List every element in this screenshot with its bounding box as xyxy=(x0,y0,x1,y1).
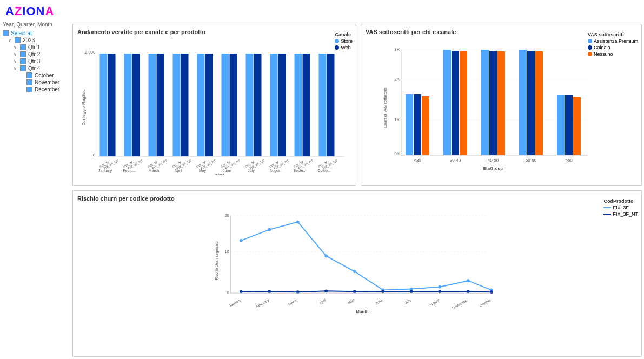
fix3f-label: FIX_3F xyxy=(613,205,629,210)
svg-rect-53 xyxy=(460,51,467,155)
dot xyxy=(438,290,441,293)
dot xyxy=(268,290,271,293)
bar xyxy=(100,54,108,156)
bar xyxy=(303,54,310,156)
svg-text:10: 10 xyxy=(224,249,229,254)
sidebar-quarters: ∨ Qtr 1 ∨ Qtr 2 ∨ Qtr 3 ∨ Qtr 4 xyxy=(14,44,70,93)
sidebar-qtr2[interactable]: ∨ Qtr 2 xyxy=(14,51,70,58)
qtr4-checkbox[interactable] xyxy=(20,65,26,71)
bar xyxy=(327,54,335,156)
svg-rect-61 xyxy=(565,95,573,155)
svg-rect-62 xyxy=(573,97,581,155)
dot xyxy=(324,255,328,258)
qtr1-checkbox[interactable] xyxy=(20,44,26,50)
chart2-legend-nessuno: Nessuno xyxy=(588,51,638,57)
svg-text:50-60: 50-60 xyxy=(526,158,537,163)
svg-text:0K: 0K xyxy=(394,151,400,156)
qtr4-label: Qtr 4 xyxy=(28,65,40,71)
sidebar-year-2023[interactable]: ∨ 2023 xyxy=(8,37,70,44)
svg-text:2,000: 2,000 xyxy=(84,50,96,55)
chart3-legend-title: CodProdotto xyxy=(603,198,638,204)
sidebar-qtr1[interactable]: ∨ Qtr 1 xyxy=(14,44,70,51)
dot xyxy=(240,239,243,242)
chart1-legend-store: Store xyxy=(335,38,353,44)
select-all-checkbox[interactable] xyxy=(3,30,9,36)
sidebar-december[interactable]: December xyxy=(26,86,70,93)
caldaia-dot xyxy=(588,45,592,50)
dot xyxy=(467,279,470,282)
svg-rect-59 xyxy=(535,51,543,155)
bar xyxy=(319,54,327,156)
dot xyxy=(438,285,441,289)
svg-text:May: May xyxy=(347,298,355,305)
chart-vas-sottoscritti: VAS sottoscritti per età e canale VAS so… xyxy=(361,24,642,186)
chart2-legend-assistenza: Assistenza Premium xyxy=(588,38,638,44)
dot xyxy=(467,290,470,293)
chart3-legend-fix3fnt: FIX_3F_NT xyxy=(603,211,638,217)
dot xyxy=(296,221,300,224)
qtr2-checkbox[interactable] xyxy=(20,51,26,57)
year-checkbox[interactable] xyxy=(15,37,21,43)
sidebar-october[interactable]: October xyxy=(26,72,70,79)
svg-rect-49 xyxy=(414,94,421,155)
svg-text:January: January xyxy=(228,298,242,308)
svg-text:July: July xyxy=(248,169,255,173)
dot xyxy=(381,290,384,293)
svg-text:August: August xyxy=(428,298,440,307)
svg-text:April: April xyxy=(174,169,182,173)
december-checkbox[interactable] xyxy=(26,87,32,92)
assistenza-dot xyxy=(588,39,592,43)
fix3fnt-polyline xyxy=(241,291,492,292)
svg-text:2K: 2K xyxy=(394,77,400,82)
svg-text:May: May xyxy=(199,169,207,173)
svg-text:>60: >60 xyxy=(565,158,573,163)
fix3fnt-label: FIX_3F_NT xyxy=(613,211,638,217)
november-checkbox[interactable] xyxy=(26,79,32,85)
bar xyxy=(108,54,116,156)
bar xyxy=(132,54,140,156)
sidebar: Year, Quarter, Month Select all ∨ 2023 ∨… xyxy=(3,22,70,93)
dot xyxy=(353,290,356,293)
sidebar-qtr4[interactable]: ∨ Qtr 4 xyxy=(14,65,70,72)
bar xyxy=(254,54,262,156)
chart2-legend: VAS sottoscritti Assistenza Premium Cald… xyxy=(588,32,638,58)
bar xyxy=(278,54,286,156)
fix3f-line xyxy=(603,207,611,208)
bar xyxy=(181,54,189,156)
svg-text:1K: 1K xyxy=(394,117,400,122)
bar xyxy=(230,54,237,156)
chart2-legend-title: VAS sottoscritti xyxy=(588,32,638,37)
chart3-legend: CodProdotto FIX_3F FIX_3F_NT xyxy=(603,198,638,218)
qtr3-checkbox[interactable] xyxy=(20,58,26,64)
svg-text:Rischio churn segnalato: Rischio churn segnalato xyxy=(215,241,219,280)
sidebar-select-all[interactable]: Select all xyxy=(3,30,70,37)
svg-rect-55 xyxy=(489,51,497,155)
october-checkbox[interactable] xyxy=(26,72,32,78)
bar xyxy=(149,54,156,156)
logo: AZIONA xyxy=(5,4,54,18)
svg-rect-60 xyxy=(557,95,565,155)
nessuno-label: Nessuno xyxy=(594,51,613,57)
svg-rect-56 xyxy=(497,51,505,155)
qtr1-label: Qtr 1 xyxy=(28,44,40,50)
sidebar-title: Year, Quarter, Month xyxy=(3,22,70,28)
svg-text:March: March xyxy=(288,298,298,306)
bar xyxy=(222,54,229,156)
top-row: Andamento vendite per canale e per prodo… xyxy=(72,24,642,186)
sidebar-november[interactable]: November xyxy=(26,79,70,86)
store-label: Store xyxy=(341,38,353,44)
sidebar-months: October November December xyxy=(26,72,70,93)
svg-text:July: July xyxy=(404,298,412,305)
svg-text:20: 20 xyxy=(224,213,229,218)
chart1-legend-title: Canale xyxy=(335,32,353,37)
sidebar-qtr3[interactable]: ∨ Qtr 3 xyxy=(14,58,70,65)
select-all-label: Select all xyxy=(11,30,33,36)
sidebar-year-group: ∨ 2023 ∨ Qtr 1 ∨ Qtr 2 ∨ Qtr 3 ∨ xyxy=(8,37,70,93)
svg-text:March: March xyxy=(149,169,160,172)
svg-text:Conteggio RagSoc: Conteggio RagSoc xyxy=(81,89,86,125)
svg-text:2023: 2023 xyxy=(215,173,225,175)
bar xyxy=(124,54,132,156)
svg-text:October: October xyxy=(479,298,492,308)
svg-text:Septe...: Septe... xyxy=(293,169,306,173)
chart-rischio-churn-container: Rischio churn per codice prodotto CodPro… xyxy=(72,190,642,357)
